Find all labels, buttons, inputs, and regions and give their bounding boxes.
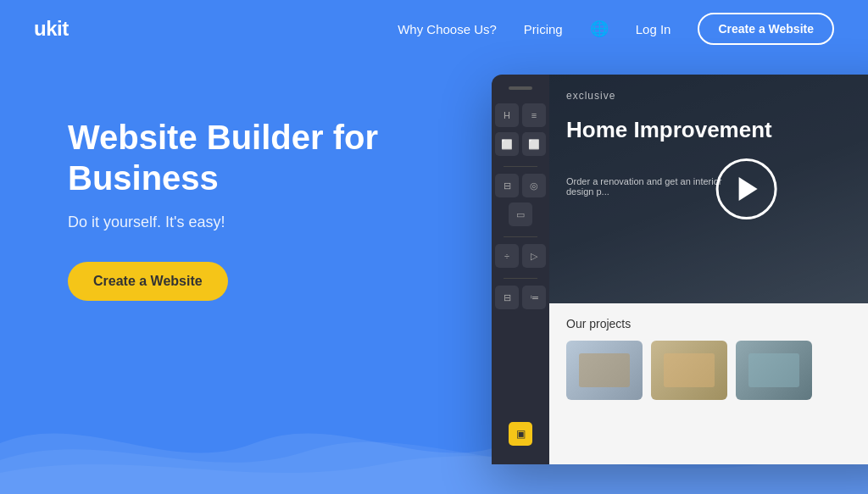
hero-title: Website Builder for Business	[68, 117, 458, 198]
widget-icon[interactable]: ⊟	[495, 174, 519, 197]
layout-icon[interactable]: ⊟	[495, 286, 519, 309]
text-icon[interactable]: ≡	[522, 103, 546, 127]
preview-heading: Home Improvement	[566, 117, 772, 143]
drag-handle	[509, 86, 532, 90]
hero-right: H ≡ ⬜ ⬜ ⊟ ◎ ▭	[492, 75, 868, 464]
nav-why-choose-us[interactable]: Why Choose Us?	[398, 22, 497, 36]
divider-icon[interactable]: ÷	[495, 244, 519, 268]
play-triangle-icon	[739, 177, 758, 201]
sidebar-row-5: ÷ ▷	[495, 244, 546, 268]
project-image-2	[664, 353, 715, 387]
image-icon[interactable]: ⬜	[495, 132, 519, 156]
project-card-3	[736, 341, 812, 400]
navbar-create-button[interactable]: Create a Website	[698, 13, 834, 45]
globe-icon[interactable]: 🌐	[590, 19, 609, 38]
dark-preview-section: exclusive Home Improvement Order a renov…	[549, 75, 868, 303]
sidebar-row-3: ⊟ ◎	[495, 174, 546, 197]
play-button[interactable]	[716, 158, 777, 219]
projects-title: Our projects	[566, 317, 868, 330]
active-icon-shape: ▣	[516, 428, 526, 440]
sidebar-row-4: ▭	[509, 203, 532, 226]
light-preview-section: Our projects	[549, 303, 868, 464]
nav-pricing[interactable]: Pricing	[524, 22, 563, 36]
project-image-3	[748, 353, 799, 387]
logo: ukit	[34, 17, 69, 41]
timer-icon[interactable]: ◎	[522, 174, 546, 197]
preview-badge: exclusive	[566, 90, 615, 102]
projects-grid	[566, 341, 868, 400]
project-image-1	[579, 353, 630, 387]
navbar: ukit Why Choose Us? Pricing 🌐 Log In Cre…	[0, 0, 868, 58]
hero-section: Website Builder for Business Do it yours…	[0, 58, 868, 464]
sidebar-sep-1	[504, 166, 537, 167]
project-card-1	[566, 341, 643, 400]
mock-browser-window: H ≡ ⬜ ⬜ ⊟ ◎ ▭	[492, 75, 868, 464]
sidebar-icons: H ≡ ⬜ ⬜ ⊟ ◎ ▭	[492, 103, 549, 313]
nav-links: Why Choose Us? Pricing 🌐 Log In Create a…	[398, 13, 834, 45]
gallery-icon[interactable]: ⬜	[522, 132, 546, 156]
hero-subtitle: Do it yourself. It's easy!	[68, 214, 458, 231]
sidebar-sep-3	[504, 278, 537, 279]
heading-icon[interactable]: H	[495, 103, 519, 127]
sidebar-panel: H ≡ ⬜ ⬜ ⊟ ◎ ▭	[492, 75, 549, 464]
sidebar-row-6: ⊟ ≔	[495, 286, 546, 309]
hero-left: Website Builder for Business Do it yours…	[68, 83, 458, 301]
project-card-2	[651, 341, 727, 400]
list-icon[interactable]: ≔	[522, 286, 546, 309]
preview-subtext: Order a renovation and get an interior d…	[566, 176, 736, 197]
sidebar-row-1: H ≡	[495, 103, 546, 127]
active-element-icon[interactable]: ▣	[509, 422, 532, 446]
sidebar-sep-2	[504, 236, 537, 237]
main-preview-content: exclusive Home Improvement Order a renov…	[549, 75, 868, 464]
nav-login[interactable]: Log In	[636, 22, 671, 36]
sidebar-row-2: ⬜ ⬜	[495, 132, 546, 156]
hero-create-button[interactable]: Create a Website	[68, 262, 228, 301]
video-icon[interactable]: ▷	[522, 244, 546, 268]
button-icon[interactable]: ▭	[509, 203, 532, 226]
